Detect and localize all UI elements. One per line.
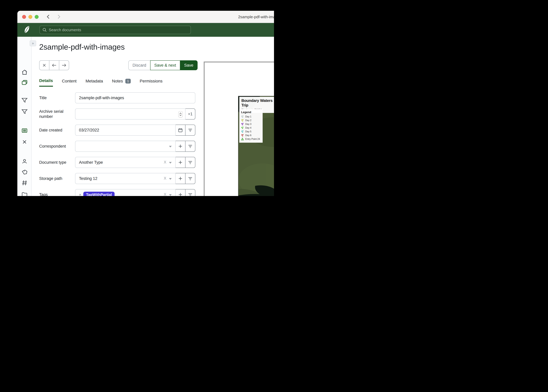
sidebar-expand-button[interactable]: »	[30, 40, 36, 46]
chevron-down-icon	[169, 194, 172, 196]
route-dots-icon	[241, 119, 244, 122]
legend-item: Day 1	[241, 115, 261, 119]
clear-icon[interactable]: X	[164, 192, 166, 196]
storage-path-select[interactable]: Testing 12 X	[75, 173, 176, 184]
tab-details[interactable]: Details	[39, 78, 53, 87]
plus-icon	[178, 144, 182, 148]
sidebar-tags-icon[interactable]	[21, 169, 28, 175]
add-tag-button[interactable]	[175, 189, 186, 196]
add-storage-path-button[interactable]	[175, 173, 186, 184]
correspondent-suggestions-button[interactable]	[185, 141, 195, 152]
arrow-right-icon	[62, 63, 66, 67]
asn-field-label: Archive serial number	[39, 109, 75, 119]
legend-item-label: Day 2	[245, 119, 252, 122]
search-bar	[39, 26, 191, 34]
sidebar-storage-paths-icon[interactable]	[21, 191, 28, 196]
title-field-label: Title	[39, 95, 75, 100]
legend-item-label: Day 4	[245, 126, 252, 129]
tag-chip[interactable]: TagWithPartial	[83, 192, 115, 196]
document-type-field-label: Document type	[39, 160, 75, 165]
asn-increment-button[interactable]: +1	[185, 108, 195, 119]
map-figure: Boundary Waters Trip Six days in BWCA Le…	[238, 96, 274, 196]
legend-item: Entry Point 24	[241, 137, 261, 141]
tags-select[interactable]: × TagWithPartial X	[75, 189, 176, 196]
legend-item: Day 6	[241, 133, 261, 137]
legend-item-label: Day 3	[245, 123, 252, 126]
correspondent-select[interactable]	[75, 141, 176, 152]
tab-content-label: Content	[62, 79, 77, 84]
route-dots-icon	[241, 115, 244, 118]
save-button-group-top: Discard Save & next Save	[128, 60, 198, 70]
date-suggestions-button[interactable]	[185, 125, 195, 136]
filter-lines-icon	[188, 161, 192, 164]
legend-item-label: Entry Point 24	[245, 138, 260, 140]
entry-point-icon	[241, 138, 244, 140]
sidebar-item-documents-icon[interactable]	[21, 79, 28, 86]
titlebar: 2sample-pdf-with-images - Paperless-ngx	[17, 11, 274, 23]
storage-path-field-label: Storage path	[39, 176, 75, 181]
legend-item-label: Day 6	[245, 134, 252, 137]
tab-metadata[interactable]: Metadata	[86, 78, 103, 87]
route-dots-icon	[241, 134, 244, 137]
storage-path-suggestions-button[interactable]	[185, 173, 195, 184]
date-picker-button[interactable]	[175, 125, 186, 136]
close-icon	[43, 63, 46, 67]
close-document-button[interactable]	[39, 60, 49, 70]
tab-permissions[interactable]: Permissions	[140, 78, 162, 87]
clear-icon[interactable]: X	[164, 160, 166, 164]
arrow-left-icon	[52, 63, 56, 67]
storage-path-value: Testing 12	[79, 176, 97, 181]
tab-notes[interactable]: Notes1	[112, 78, 131, 87]
search-input[interactable]	[49, 28, 188, 32]
tab-content[interactable]: Content	[62, 78, 77, 87]
chevron-down-icon	[169, 162, 172, 164]
remove-tag-icon[interactable]: ×	[79, 192, 81, 196]
save-button[interactable]: Save	[180, 60, 198, 70]
sidebar-correspondents-icon[interactable]	[21, 158, 28, 165]
next-document-button[interactable]	[59, 60, 69, 70]
asn-input[interactable]	[75, 108, 186, 119]
sidebar-saved-view-filter-icon[interactable]	[21, 97, 28, 104]
chevron-down-icon	[169, 178, 172, 180]
sidebar-open-document-icon[interactable]	[21, 127, 28, 134]
plus-icon	[178, 161, 182, 164]
title-input[interactable]: 2sample-pdf-with-images	[75, 92, 195, 103]
tags-field-label: Tags	[39, 192, 75, 196]
calendar-icon	[178, 128, 183, 132]
sidebar-close-all-icon[interactable]	[21, 139, 28, 145]
tab-metadata-label: Metadata	[86, 79, 103, 84]
route-dots-icon	[241, 130, 244, 133]
tab-permissions-label: Permissions	[140, 79, 162, 84]
pdf-preview: Boundary Waters Trip Six days in BWCA Le…	[204, 62, 274, 196]
filter-lines-icon	[188, 193, 192, 196]
sidebar-document-types-icon[interactable]	[21, 180, 28, 186]
map-legend-title: Legend	[241, 111, 261, 114]
sidebar-saved-view-filter-2-icon[interactable]	[21, 108, 28, 115]
asn-stepper[interactable]	[178, 111, 183, 117]
filter-lines-icon	[188, 128, 192, 132]
date-created-input[interactable]: 03/27/2022	[75, 125, 176, 136]
screenshot-stage: 2sample-pdf-with-images - Paperless-ngx	[0, 0, 274, 196]
date-created-field-label: Date created	[39, 128, 75, 133]
editor-tabs: Details Content Metadata Notes1 Permissi…	[39, 78, 163, 87]
route-dots-icon	[241, 123, 244, 126]
sidebar-item-home-icon[interactable]	[21, 69, 28, 76]
document-type-suggestions-button[interactable]	[185, 157, 195, 168]
tags-suggestions-button[interactable]	[185, 189, 195, 196]
legend-item-label: Day 1	[245, 115, 252, 118]
filter-lines-icon	[188, 177, 192, 181]
correspondent-field-label: Correspondent	[39, 144, 75, 149]
details-form: Title 2sample-pdf-with-images Archive se…	[39, 92, 195, 196]
document-type-select[interactable]: Another Type X	[75, 157, 176, 168]
filter-lines-icon	[188, 144, 192, 148]
previous-document-button[interactable]	[49, 60, 59, 70]
discard-button[interactable]: Discard	[128, 60, 151, 70]
save-and-next-button[interactable]: Save & next	[150, 60, 180, 70]
add-document-type-button[interactable]	[175, 157, 186, 168]
add-correspondent-button[interactable]	[175, 141, 186, 152]
notes-count-badge: 1	[125, 79, 131, 84]
legend-item: Day 4	[241, 126, 261, 130]
map-title: Boundary Waters Trip	[241, 98, 274, 108]
paperless-leaf-logo[interactable]	[23, 25, 31, 34]
clear-icon[interactable]: X	[164, 176, 166, 181]
